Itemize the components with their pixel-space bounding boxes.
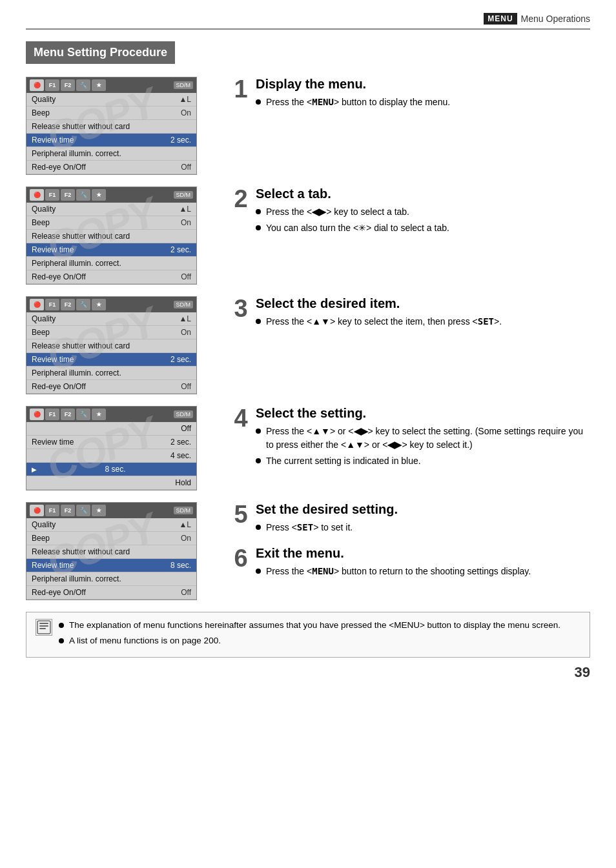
step-4-body: Select the setting. Press the <▲▼> or <◀… bbox=[256, 406, 590, 470]
step-2-bullets: Press the <◀▶> key to select a tab. You … bbox=[256, 205, 590, 235]
bullet-dot-2a bbox=[256, 209, 261, 214]
setting-off: Off bbox=[26, 422, 196, 436]
tab-icon-star-4: ★ bbox=[92, 409, 106, 420]
menu-rows-1: Quality ▲L Beep On Release shutter witho… bbox=[26, 93, 196, 174]
svg-rect-3 bbox=[39, 628, 46, 629]
step-56-row: 🔴 F1 F2 🔧 ★ SD/M Quality ▲L Beep bbox=[26, 502, 590, 600]
step-2-title: Select a tab. bbox=[256, 187, 590, 201]
menu-row-review-3: Review time 2 sec. bbox=[26, 353, 196, 367]
note-bullet-dot-1 bbox=[59, 623, 64, 628]
tab-icon-f2-5: F2 bbox=[61, 505, 75, 516]
menu-display-1: 🔴 F1 F2 🔧 ★ SD/M Quality ▲L Beep bbox=[26, 77, 197, 175]
tab-icon-camera-5: 🔴 bbox=[30, 505, 44, 516]
step-6-number: 6 bbox=[229, 546, 253, 570]
menu-row-quality-5: Quality ▲L bbox=[26, 518, 196, 532]
tab-icon-spanner: 🔧 bbox=[76, 79, 90, 91]
step-3-bullets: Press the <▲▼> key to select the item, t… bbox=[256, 315, 590, 328]
step-2-body: Select a tab. Press the <◀▶> key to sele… bbox=[256, 187, 590, 237]
menu-tabs-3: 🔴 F1 F2 🔧 ★ SD/M bbox=[26, 297, 196, 312]
step-2-number: 2 bbox=[229, 187, 253, 211]
menu-row-peripheral-3: Peripheral illumin. correct. bbox=[26, 367, 196, 380]
menu-row-quality-3: Quality ▲L bbox=[26, 312, 196, 326]
menu-panel-5: 🔴 F1 F2 🔧 ★ SD/M Quality ▲L Beep bbox=[26, 502, 197, 600]
step-4-row: 🔴 F1 F2 🔧 ★ SD/M Off Review time 2 sec. bbox=[26, 406, 590, 490]
step-2-content: 2 Select a tab. Press the <◀▶> key to se… bbox=[213, 187, 590, 237]
menu-badge-2: SD/M bbox=[174, 191, 194, 199]
menu-row-review-2: Review time 2 sec. bbox=[26, 243, 196, 257]
menu-badge-3: SD/M bbox=[174, 301, 194, 308]
svg-rect-2 bbox=[39, 625, 48, 627]
menu-row-beep-5: Beep On bbox=[26, 532, 196, 545]
tab-icon-spanner-5: 🔧 bbox=[76, 505, 90, 516]
step-5-bullet-1: Press <SET> to set it. bbox=[256, 521, 590, 534]
step-4-bullet-1: Press the <▲▼> or <◀▶> key to select the… bbox=[256, 425, 590, 452]
bullet-dot-6 bbox=[256, 569, 261, 574]
page-number: 39 bbox=[26, 664, 590, 681]
step-1-row: 🔴 F1 F2 🔧 ★ SD/M Quality ▲L Beep bbox=[26, 77, 590, 175]
step-6-body: Exit the menu. Press the <MENU> button t… bbox=[256, 546, 590, 581]
note-item-2: A list of menu functions is on page 200. bbox=[59, 634, 580, 647]
menu-setting-list: Off Review time 2 sec. 4 sec. 8 sec. Ho bbox=[26, 422, 196, 490]
menu-row-peripheral: Peripheral illumin. correct. bbox=[26, 147, 196, 161]
step-1-bullets: Press the <MENU> button to display the m… bbox=[256, 96, 590, 109]
menu-row-release-2: Release shutter without card bbox=[26, 230, 196, 243]
step-4-bullet-2: The current setting is indicated in blue… bbox=[256, 454, 590, 468]
tab-icon-camera: 🔴 bbox=[30, 79, 44, 91]
tab-icon-f2-4: F2 bbox=[61, 409, 75, 420]
menu-row-beep-2: Beep On bbox=[26, 216, 196, 230]
step-5-title: Set the desired setting. bbox=[256, 502, 590, 517]
menu-panel-3: 🔴 F1 F2 🔧 ★ SD/M Quality ▲L Beep bbox=[26, 296, 197, 394]
setting-hold: Hold bbox=[26, 476, 196, 490]
tab-icons-5: 🔴 F1 F2 🔧 ★ bbox=[30, 505, 106, 516]
menu-row-redeye: Red-eye On/Off Off bbox=[26, 161, 196, 174]
step-2-row: 🔴 F1 F2 🔧 ★ SD/M Quality ▲L Beep bbox=[26, 187, 590, 285]
svg-rect-1 bbox=[39, 623, 48, 624]
menu-panel-4: 🔴 F1 F2 🔧 ★ SD/M Off Review time 2 sec. bbox=[26, 406, 197, 490]
note-content: The explanation of menu functions herein… bbox=[59, 619, 580, 651]
step-3-content: 3 Select the desired item. Press the <▲▼… bbox=[213, 296, 590, 331]
menu-row-release: Release shutter without card bbox=[26, 120, 196, 134]
step-2-bullet-1: Press the <◀▶> key to select a tab. bbox=[256, 205, 590, 219]
menu-row-redeye-5: Red-eye On/Off Off bbox=[26, 586, 196, 600]
menu-badge-1: SD/M bbox=[174, 81, 194, 89]
menu-display-5: 🔴 F1 F2 🔧 ★ SD/M Quality ▲L Beep bbox=[26, 502, 197, 600]
bullet-dot bbox=[256, 99, 261, 105]
section-title: Menu Setting Procedure bbox=[26, 41, 175, 64]
step-6-title: Exit the menu. bbox=[256, 546, 590, 561]
step-2-bullet-2: You can also turn the <✳> dial to select… bbox=[256, 221, 590, 235]
tab-icon-spanner-3: 🔧 bbox=[76, 299, 90, 310]
tab-icon-f1-3: F1 bbox=[45, 299, 59, 310]
header-title: Menu Operations bbox=[521, 14, 590, 24]
step-1-content: 1 Display the menu. Press the <MENU> but… bbox=[213, 77, 590, 112]
tab-icons-1: 🔴 F1 F2 🔧 ★ bbox=[30, 79, 106, 91]
step-1-number: 1 bbox=[229, 77, 253, 101]
step-3-number: 3 bbox=[229, 296, 253, 321]
menu-tag: MENU bbox=[484, 13, 517, 25]
bullet-dot-2b bbox=[256, 225, 261, 230]
tab-icon-star: ★ bbox=[92, 79, 106, 91]
menu-panel-2: 🔴 F1 F2 🔧 ★ SD/M Quality ▲L Beep bbox=[26, 187, 197, 285]
menu-tabs-5: 🔴 F1 F2 🔧 ★ SD/M bbox=[26, 503, 196, 518]
tab-icon-f1: F1 bbox=[45, 79, 59, 91]
step-5-body: Set the desired setting. Press <SET> to … bbox=[256, 502, 590, 537]
setting-8sec-selected: 8 sec. bbox=[26, 463, 196, 476]
step-1-bullet-1: Press the <MENU> button to display the m… bbox=[256, 96, 590, 109]
menu-row-review: Review time 2 sec. bbox=[26, 134, 196, 147]
tab-icon-f1-5: F1 bbox=[45, 505, 59, 516]
menu-rows-2: Quality ▲L Beep On Release shutter witho… bbox=[26, 203, 196, 284]
menu-row-quality-2: Quality ▲L bbox=[26, 203, 196, 216]
step-6-bullet-1: Press the <MENU> button to return to the… bbox=[256, 565, 590, 578]
menu-tabs-2: 🔴 F1 F2 🔧 ★ SD/M bbox=[26, 187, 196, 203]
menu-tabs-1: 🔴 F1 F2 🔧 ★ SD/M bbox=[26, 77, 196, 93]
step-4-title: Select the setting. bbox=[256, 406, 590, 421]
bullet-dot-3 bbox=[256, 319, 261, 324]
menu-badge-5: SD/M bbox=[174, 507, 194, 514]
panel-5-area: 🔴 F1 F2 🔧 ★ SD/M Quality ▲L Beep bbox=[26, 502, 213, 600]
tab-icons-4: 🔴 F1 F2 🔧 ★ bbox=[30, 409, 106, 420]
note-bullet-dot-2 bbox=[59, 638, 64, 643]
menu-panel-1: 🔴 F1 F2 🔧 ★ SD/M Quality ▲L Beep bbox=[26, 77, 197, 175]
step-5-bullets: Press <SET> to set it. bbox=[256, 521, 590, 534]
step-3-body: Select the desired item. Press the <▲▼> … bbox=[256, 296, 590, 331]
tab-icon-spanner-4: 🔧 bbox=[76, 409, 90, 420]
step-4-bullets: Press the <▲▼> or <◀▶> key to select the… bbox=[256, 425, 590, 468]
